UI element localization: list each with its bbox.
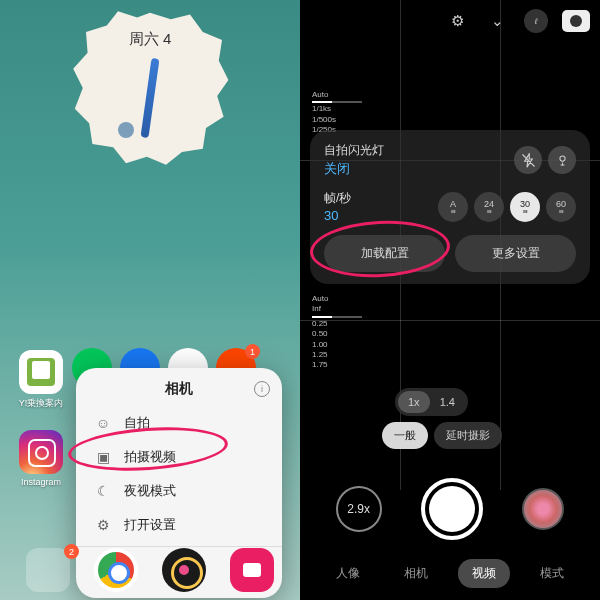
camera-top-bar: ⚙ ⌄ ℓ <box>444 8 590 34</box>
exposure-scale-mid[interactable]: Auto Inf 0.25 0.50 1.00 1.25 1.75 <box>312 294 362 371</box>
gallery-thumbnail[interactable] <box>522 488 564 530</box>
shutter-button[interactable] <box>421 478 483 540</box>
clock-date: 周六 4 <box>129 30 172 49</box>
menu-label: 自拍 <box>124 414 150 432</box>
video-app-icon <box>230 548 274 592</box>
video-icon: ▣ <box>94 449 112 465</box>
tab-video[interactable]: 视频 <box>458 559 510 588</box>
camera-settings-panel: 自拍闪光灯 关闭 帧/秒 30 Aııııı 24ııııı 30ııııı 6… <box>310 130 590 284</box>
scale-val: 1.25 <box>312 350 362 360</box>
menu-label: 夜视模式 <box>124 482 176 500</box>
dock: 2 <box>0 548 300 592</box>
button-label: 更多设置 <box>492 246 540 260</box>
info-icon[interactable]: i <box>254 381 270 397</box>
scale-label: Inf <box>312 304 362 314</box>
scale-val: 0.50 <box>312 329 362 339</box>
zoom-1x[interactable]: 1x <box>398 391 430 413</box>
app-label: Instagram <box>21 477 61 487</box>
mode-normal[interactable]: 一般 <box>382 422 428 449</box>
camera-app: ⚙ ⌄ ℓ Auto 1/1ks 1/500s 1/250s 自拍闪光灯 关闭 … <box>300 0 600 600</box>
tab-mode[interactable]: 模式 <box>526 559 578 588</box>
home-screen: 周六 4 Y!乗換案内 Instagram 相机 i ☺自拍 ▣拍摄视频 ☾夜视… <box>0 0 300 600</box>
instagram-icon <box>19 430 63 474</box>
video-mode-selector: 一般 延时摄影 <box>382 422 502 449</box>
camera-mode-tabs: 人像 相机 视频 模式 <box>300 559 600 588</box>
menu-night-mode[interactable]: ☾夜视模式 <box>76 474 282 508</box>
button-label: 加载配置 <box>361 246 409 260</box>
flash-on-button[interactable] <box>548 146 576 174</box>
popup-title: 相机 <box>165 380 193 398</box>
scale-label: Auto <box>312 90 362 100</box>
zoom-selector: 1x 1.4 <box>395 388 468 416</box>
fps-30-button[interactable]: 30ııııı <box>510 192 540 222</box>
shutter-row: 2.9x <box>300 478 600 540</box>
tab-camera[interactable]: 相机 <box>390 559 442 588</box>
scale-val: 1/1ks <box>312 104 362 114</box>
app-yroute[interactable]: Y!乗換案内 <box>14 350 68 410</box>
menu-label: 打开设置 <box>124 516 176 534</box>
more-settings-button[interactable]: 更多设置 <box>455 235 576 272</box>
dock-camera[interactable] <box>157 548 211 592</box>
flash-label: 自拍闪光灯 <box>324 142 384 159</box>
load-config-button[interactable]: 加载配置 <box>324 235 445 272</box>
menu-selfie[interactable]: ☺自拍 <box>76 406 282 440</box>
settings-gear-icon[interactable]: ⚙ <box>444 8 470 34</box>
fps-60-button[interactable]: 60ııııı <box>546 192 576 222</box>
app-label: Y!乗換案内 <box>19 397 64 410</box>
fps-value: 30 <box>324 208 351 223</box>
selfie-icon: ☺ <box>94 415 112 431</box>
fps-label: 帧/秒 <box>324 190 351 207</box>
svg-point-0 <box>559 155 564 160</box>
menu-open-settings[interactable]: ⚙打开设置 <box>76 508 282 542</box>
gear-icon: ⚙ <box>94 517 112 533</box>
menu-record-video[interactable]: ▣拍摄视频 <box>76 440 282 474</box>
chrome-icon <box>94 548 138 592</box>
zoom-1-4[interactable]: 1.4 <box>430 391 465 413</box>
scale-val: 1.00 <box>312 340 362 350</box>
scale-val: 1.75 <box>312 360 362 370</box>
menu-label: 拍摄视频 <box>124 448 176 466</box>
folder-icon <box>26 548 70 592</box>
fps-24-button[interactable]: 24ııııı <box>474 192 504 222</box>
zoom-indicator[interactable]: 2.9x <box>336 486 382 532</box>
camera-app-icon <box>162 548 206 592</box>
flash-off-button[interactable] <box>514 146 542 174</box>
fps-auto-button[interactable]: Aııııı <box>438 192 468 222</box>
flash-value: 关闭 <box>324 160 384 178</box>
badge: 2 <box>64 544 79 559</box>
app-instagram[interactable]: Instagram <box>14 430 68 487</box>
chevron-down-icon[interactable]: ⌄ <box>484 8 510 34</box>
clock-dot <box>118 122 134 138</box>
tab-portrait[interactable]: 人像 <box>322 559 374 588</box>
dock-chrome[interactable] <box>89 548 143 592</box>
leica-badge: ℓ <box>524 9 548 33</box>
dock-video[interactable] <box>225 548 279 592</box>
yroute-icon <box>19 350 63 394</box>
exposure-scale-top[interactable]: Auto 1/1ks 1/500s 1/250s <box>312 90 362 136</box>
camera-switch-icon[interactable] <box>562 10 590 32</box>
dock-folder[interactable]: 2 <box>21 548 75 592</box>
scale-label: Auto <box>312 294 362 304</box>
scale-val: 0.25 <box>312 319 362 329</box>
clock-widget[interactable]: 周六 4 <box>70 8 230 168</box>
mode-timelapse[interactable]: 延时摄影 <box>434 422 502 449</box>
moon-icon: ☾ <box>94 483 112 499</box>
scale-val: 1/500s <box>312 115 362 125</box>
